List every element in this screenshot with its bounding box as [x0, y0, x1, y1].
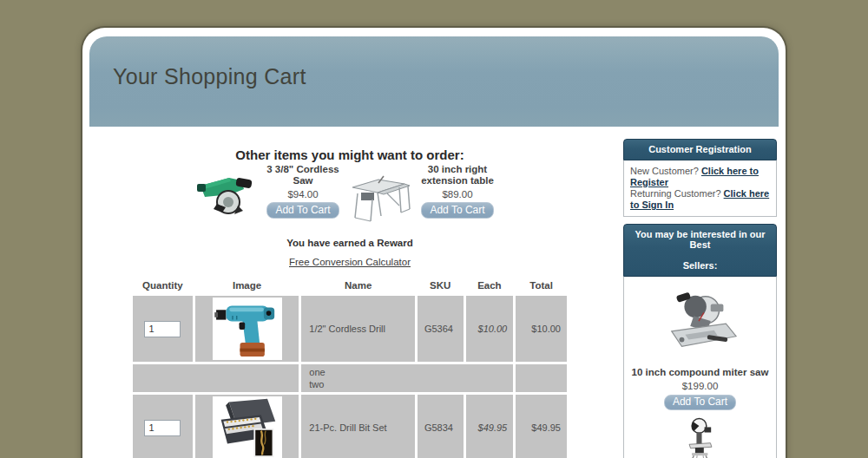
recommended-item-price: $89.00	[417, 189, 498, 200]
item-each-price: $49.95	[466, 395, 514, 458]
recommended-item: 30 inch right extension table $89.00 Add…	[417, 164, 498, 219]
compound-miter-saw-image[interactable]	[659, 287, 742, 363]
item-total-price: $10.00	[516, 296, 567, 362]
note-cell: one two	[301, 364, 513, 392]
cart-row: 1/2" Cordless Drill G5364 $10.00 $10.00	[133, 296, 567, 362]
image-cell	[195, 395, 299, 458]
note-empty-cell	[516, 364, 567, 392]
best-sellers-panel-body: 10 inch compound miter saw $199.00 Add T…	[623, 277, 777, 458]
best-sellers-title-line: Sellers:	[628, 260, 773, 271]
conversion-calculator-link[interactable]: Free Conversion Calculator	[289, 257, 411, 267]
best-sellers-panel-header: You may be interested in our Best Seller…	[623, 224, 777, 277]
customer-registration-panel: Customer Registration New Customer? Clic…	[623, 139, 777, 217]
column-header-image: Image	[195, 278, 299, 293]
note-empty-cell	[133, 364, 299, 392]
add-to-cart-button[interactable]: Add To Cart	[421, 202, 493, 219]
image-cell	[195, 296, 299, 362]
recommendations-row: 3 3/8" Cordless Saw $94.00 Add To Cart	[130, 164, 569, 225]
best-sellers-panel: You may be interested in our Best Seller…	[623, 224, 777, 458]
drill-bit-set-image	[213, 396, 282, 458]
best-sellers-title-line: You may be interested in our Best	[628, 229, 773, 250]
quantity-input[interactable]	[144, 420, 181, 436]
band-saw-image[interactable]	[673, 417, 728, 458]
shopping-cart-page: Your Shopping Cart Other items you might…	[82, 28, 786, 458]
item-sku: G5364	[418, 296, 464, 362]
cordless-drill-image	[213, 298, 282, 360]
item-name: 21-Pc. Drill Bit Set	[301, 395, 415, 458]
page-banner: Your Shopping Cart	[89, 36, 779, 127]
note-line: one	[309, 367, 325, 377]
returning-customer-text: Returning Customer?	[630, 188, 724, 199]
recommendations-heading: Other items you might want to order:	[130, 147, 569, 162]
registration-panel-header: Customer Registration	[623, 139, 777, 160]
column-header-each: Each	[466, 278, 514, 293]
item-name: 1/2" Cordless Drill	[301, 296, 415, 362]
recommended-item-name: 3 3/8" Cordless Saw	[262, 164, 344, 186]
main-content: Other items you might want to order: 3 3…	[130, 147, 569, 458]
registration-panel-body: New Customer? Click here to Register Ret…	[623, 160, 777, 217]
add-to-cart-button[interactable]: Add To Cart	[664, 395, 736, 410]
quantity-cell	[133, 296, 193, 362]
cordless-saw-image[interactable]	[196, 171, 257, 219]
item-total-price: $49.95	[516, 395, 567, 458]
cart-row: 21-Pc. Drill Bit Set G5834 $49.95 $49.95	[133, 395, 567, 458]
page-title: Your Shopping Cart	[113, 64, 306, 89]
best-seller-name: 10 inch compound miter saw	[630, 367, 770, 378]
column-header-total: Total	[516, 278, 567, 293]
recommended-item-price: $94.00	[262, 189, 344, 200]
recommended-item: 3 3/8" Cordless Saw $94.00 Add To Cart	[262, 164, 344, 219]
column-header-sku: SKU	[418, 278, 464, 293]
recommended-item-name: 30 inch right extension table	[417, 164, 498, 186]
new-customer-text: New Customer?	[630, 166, 701, 176]
item-each-price: $10.00	[466, 296, 514, 362]
quantity-input[interactable]	[144, 321, 181, 337]
reward-message: You have earned a Reward	[130, 238, 569, 248]
extension-table-image[interactable]	[349, 171, 411, 225]
add-to-cart-button[interactable]: Add To Cart	[266, 202, 339, 219]
cart-table: Quantity Image Name SKU Each Total	[130, 276, 569, 458]
note-line: two	[309, 379, 324, 389]
cart-note-row: one two	[133, 364, 567, 392]
column-header-name: Name	[301, 278, 415, 293]
best-seller-price: $199.00	[630, 381, 770, 392]
column-header-quantity: Quantity	[133, 278, 193, 293]
quantity-cell	[133, 395, 193, 458]
item-sku: G5834	[418, 395, 464, 458]
cart-header-row: Quantity Image Name SKU Each Total	[133, 278, 567, 293]
